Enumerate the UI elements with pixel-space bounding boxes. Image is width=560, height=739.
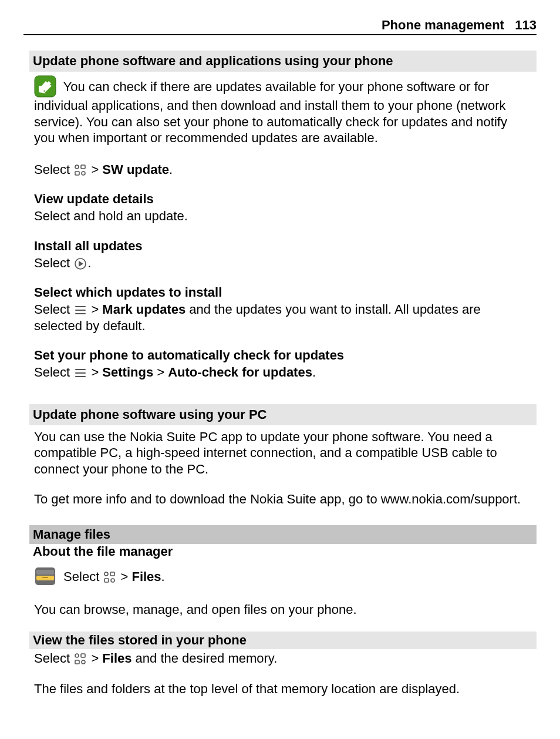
text: >	[87, 302, 102, 317]
svg-point-23	[82, 660, 85, 664]
subheading-auto-check: Set your phone to automatically check fo…	[23, 348, 537, 363]
svg-rect-18	[104, 579, 109, 582]
svg-point-4	[82, 172, 85, 175]
header-page-number: 113	[515, 18, 537, 32]
text: >	[87, 651, 102, 666]
svg-rect-22	[75, 660, 79, 664]
svg-rect-3	[75, 172, 79, 175]
page-header: Phone management 113	[23, 18, 537, 35]
text: Select	[34, 162, 73, 177]
section-heading-manage-files: Manage files	[29, 525, 537, 544]
menu-item-mark-updates: Mark updates	[102, 302, 185, 317]
options-menu-icon	[74, 304, 87, 317]
text: and the desired memory.	[131, 651, 277, 666]
subheading-view-update-details: View update details	[23, 192, 537, 207]
subheading-select-which-updates: Select which updates to install	[23, 285, 537, 300]
text: >	[153, 365, 168, 379]
arrow-update-icon	[34, 75, 56, 98]
instruction-line: Select > Files and the desired memory.	[23, 650, 537, 667]
text: Select	[60, 569, 103, 584]
svg-rect-15	[42, 577, 48, 578]
paragraph: The files and folders at the top level o…	[23, 681, 537, 697]
section-heading-update-using-phone: Update phone software and applications u…	[29, 51, 537, 72]
subheading-install-all-updates: Install all updates	[23, 239, 537, 254]
instruction-line: Select > Settings > Auto-check for updat…	[23, 364, 537, 381]
options-menu-icon	[74, 367, 87, 379]
text: .	[161, 569, 165, 584]
menu-item-files: Files	[102, 651, 131, 666]
header-title: Phone management	[382, 18, 504, 32]
apps-grid-icon	[74, 164, 87, 177]
apps-grid-icon	[103, 571, 116, 584]
paragraph: You can use the Nokia Suite PC app to up…	[23, 429, 537, 478]
svg-rect-2	[81, 165, 85, 169]
menu-item-auto-check: Auto-check for updates	[168, 365, 312, 379]
svg-point-19	[111, 579, 114, 582]
svg-rect-17	[110, 572, 114, 576]
paragraph: You can check if there are updates avail…	[23, 75, 537, 146]
instruction-line: Select > SW update.	[23, 162, 537, 178]
text: Select	[34, 256, 73, 270]
text: Select	[34, 651, 73, 666]
text: >	[87, 162, 102, 177]
paragraph: Select and hold an update.	[23, 208, 537, 224]
text: .	[169, 162, 173, 177]
svg-point-16	[104, 572, 108, 576]
text: Select	[34, 302, 73, 317]
text: >	[117, 569, 131, 584]
text: >	[87, 365, 102, 379]
paragraph: To get more info and to download the Nok…	[23, 491, 537, 508]
instruction-line: Select .	[23, 255, 537, 271]
svg-point-1	[75, 165, 79, 169]
subheading-about-file-manager: About the file manager	[33, 544, 537, 559]
menu-item-sw-update: SW update	[102, 162, 169, 177]
svg-point-20	[75, 654, 79, 657]
subheading-view-files-stored: View the files stored in your phone	[29, 631, 537, 649]
drawer-files-icon	[34, 565, 56, 587]
text: .	[312, 365, 316, 379]
instruction-line: Select > Files.	[23, 565, 537, 587]
menu-item-files: Files	[131, 569, 161, 584]
text: .	[87, 256, 91, 270]
paragraph: You can browse, manage, and open files o…	[23, 602, 537, 618]
text: You can check if there are updates avail…	[34, 79, 507, 145]
text: Select	[34, 365, 73, 379]
menu-item-settings: Settings	[102, 365, 153, 379]
svg-rect-21	[81, 654, 85, 657]
instruction-line: Select > Mark updates and the updates yo…	[23, 301, 537, 334]
play-circle-icon	[74, 257, 87, 270]
apps-grid-icon	[74, 653, 87, 666]
document-page: Phone management 113 Update phone softwa…	[0, 0, 560, 720]
svg-rect-13	[36, 570, 54, 575]
section-heading-update-using-pc: Update phone software using your PC	[29, 404, 537, 425]
